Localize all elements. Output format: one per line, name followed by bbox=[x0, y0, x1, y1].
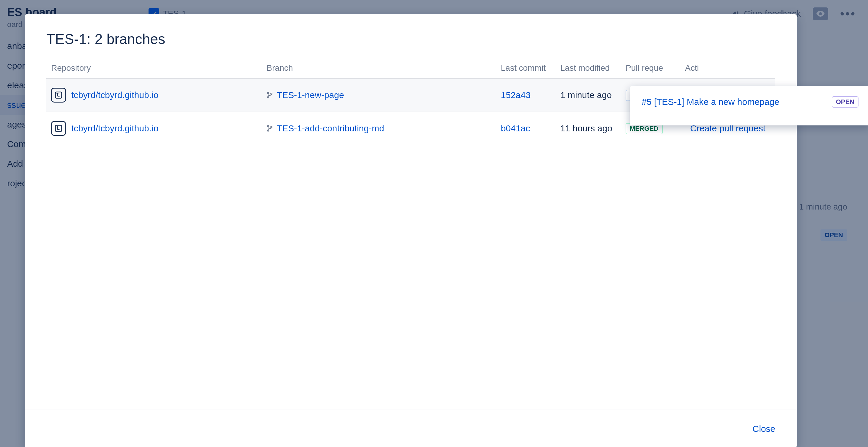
svg-rect-5 bbox=[56, 125, 62, 132]
commit-link[interactable]: b041ac bbox=[501, 123, 530, 133]
col-repository: Repository bbox=[46, 59, 262, 79]
branch-link[interactable]: TES-1-add-contributing-md bbox=[277, 123, 384, 133]
svg-point-8 bbox=[268, 130, 269, 131]
svg-point-7 bbox=[268, 125, 269, 127]
pull-request-popover: #5 [TES-1] Make a new homepage OPEN bbox=[630, 86, 868, 125]
svg-point-9 bbox=[271, 126, 272, 128]
repo-link[interactable]: tcbyrd/tcbyrd.github.io bbox=[71, 123, 158, 133]
svg-point-1 bbox=[57, 93, 58, 94]
col-last-modified: Last modified bbox=[556, 59, 621, 79]
branch-link[interactable]: TES-1-new-page bbox=[277, 90, 344, 100]
col-branch: Branch bbox=[262, 59, 496, 79]
popover-pr-link[interactable]: #5 [TES-1] Make a new homepage bbox=[642, 97, 825, 107]
col-pull-request: Pull reque bbox=[621, 59, 680, 79]
svg-point-2 bbox=[268, 92, 269, 94]
close-button[interactable]: Close bbox=[752, 424, 775, 434]
commit-link[interactable]: 152a43 bbox=[501, 90, 531, 100]
modified-time: 11 hours ago bbox=[560, 123, 612, 133]
col-action: Acti bbox=[680, 59, 775, 79]
col-last-commit: Last commit bbox=[496, 59, 556, 79]
branches-modal: TES-1: 2 branches Repository Branch Last… bbox=[25, 14, 797, 447]
svg-rect-0 bbox=[56, 92, 62, 98]
modified-time: 1 minute ago bbox=[560, 90, 612, 100]
modal-header: TES-1: 2 branches bbox=[25, 14, 797, 59]
popover-status-lozenge: OPEN bbox=[832, 96, 859, 108]
repo-icon bbox=[51, 121, 66, 136]
svg-point-3 bbox=[268, 97, 269, 98]
branch-icon bbox=[267, 91, 273, 99]
svg-point-4 bbox=[271, 93, 272, 94]
modal-footer: Close bbox=[25, 410, 797, 447]
repo-link[interactable]: tcbyrd/tcbyrd.github.io bbox=[71, 90, 158, 100]
repo-icon bbox=[51, 88, 66, 102]
modal-title: TES-1: 2 branches bbox=[46, 31, 775, 47]
svg-point-6 bbox=[57, 127, 58, 128]
branch-icon bbox=[267, 124, 273, 132]
